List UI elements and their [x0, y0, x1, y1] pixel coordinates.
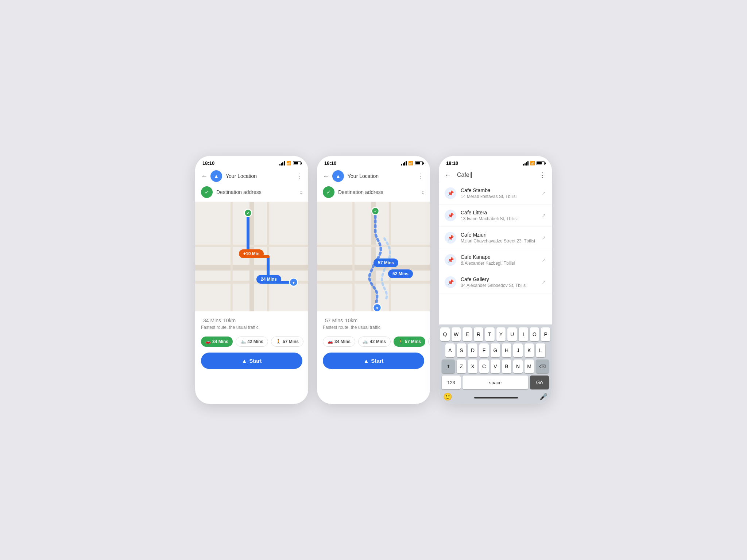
bike-icon-1: 🚲 — [240, 339, 246, 344]
key-e[interactable]: E — [462, 327, 472, 341]
key-123[interactable]: 123 — [442, 376, 461, 389]
screen-container: 18:10 📶 ← ▲ Your Location ⋮ — [181, 141, 566, 419]
key-t[interactable]: T — [485, 327, 495, 341]
key-b[interactable]: B — [502, 359, 511, 373]
time-1: 18:10 — [202, 160, 214, 166]
time-3: 18:10 — [446, 160, 458, 166]
back-button-2[interactable]: ← — [323, 172, 329, 180]
result-arrow-5: ↗ — [542, 279, 546, 285]
result-item-3[interactable]: 📌 Cafe Mziuri Mziuri Chavchavadze Street… — [439, 227, 552, 249]
result-icon-2: 📌 — [445, 210, 456, 221]
result-addr-5: 34 Alexander Griboedov St, Tbilisi — [461, 283, 542, 288]
start-icon-2: ▲ — [363, 358, 369, 364]
wifi-icon-3: 📶 — [530, 161, 535, 166]
mic-icon[interactable]: 🎤 — [539, 393, 547, 401]
keyboard-emoji-row: 🙂 🎤 — [440, 391, 550, 402]
start-icon-1: ▲ — [241, 358, 247, 364]
key-y[interactable]: Y — [496, 327, 506, 341]
keyboard-row-3: ⬆ Z X C V B N M ⌫ — [440, 359, 550, 373]
result-item-4[interactable]: 📌 Cafe Kanape & Alexander Kazbegi, Tbili… — [439, 249, 552, 271]
key-w[interactable]: W — [452, 327, 461, 341]
key-delete[interactable]: ⌫ — [536, 359, 549, 373]
search-results-3: 📌 Cafe Stamba 14 Merab kostavas St, Tbil… — [439, 182, 552, 324]
key-z[interactable]: Z — [457, 359, 466, 373]
mode-tabs-1: 🚗 34 Mins 🚲 42 Mins 🚶 57 Mins — [195, 334, 308, 350]
dest-row-2: ✓ Destination address ↕ — [317, 184, 430, 202]
mode-tab-bike-2[interactable]: 🚲42 Mins — [358, 337, 391, 347]
result-icon-3: 📌 — [445, 232, 456, 244]
walk-time-1: 57 Mins — [283, 339, 299, 344]
key-k[interactable]: K — [525, 343, 534, 357]
svg-text:✓: ✓ — [374, 209, 377, 213]
result-info-2: Cafe Littera 13 Ivane Machabeli St, Tbil… — [461, 210, 542, 221]
mode-tab-transit-2[interactable]: 🚗57 M — [428, 337, 430, 347]
mode-tab-car-1[interactable]: 🚗 34 Mins — [201, 337, 233, 347]
svg-text:✓: ✓ — [247, 211, 249, 215]
mode-tab-bike-1[interactable]: 🚲 42 Mins — [236, 337, 268, 347]
status-icons-3: 📶 — [523, 161, 545, 166]
key-c[interactable]: C — [479, 359, 489, 373]
key-o[interactable]: O — [530, 327, 539, 341]
mode-tab-walk-2[interactable]: 🚶57 Mins — [394, 337, 425, 347]
result-name-1: Cafe Stamba — [461, 187, 542, 193]
more-button-2[interactable]: ⋮ — [418, 172, 424, 180]
result-item-1[interactable]: 📌 Cafe Stamba 14 Merab kostavas St, Tbil… — [439, 182, 552, 205]
key-shift[interactable]: ⬆ — [442, 359, 455, 373]
signal-icon-1 — [279, 161, 285, 166]
dest-icon-2: ✓ — [323, 186, 334, 198]
svg-text:▼: ▼ — [375, 306, 379, 310]
status-icons-2: 📶 — [401, 161, 423, 166]
mode-tab-car-2[interactable]: 🚗34 Mins — [323, 337, 355, 347]
dest-text-1[interactable]: Destination address — [216, 189, 299, 195]
more-button-1[interactable]: ⋮ — [296, 172, 302, 180]
key-s[interactable]: S — [457, 343, 466, 357]
result-addr-3: Mziuri Chavchavadze Street 23, Tbilisi — [461, 238, 542, 244]
battery-icon-3 — [537, 161, 545, 165]
emoji-icon[interactable]: 🙂 — [443, 392, 452, 401]
key-h[interactable]: H — [502, 343, 511, 357]
nav-bar-1: ← ▲ Your Location ⋮ — [195, 168, 308, 184]
key-a[interactable]: A — [445, 343, 455, 357]
key-d[interactable]: D — [468, 343, 477, 357]
svg-text:▼: ▼ — [292, 281, 295, 285]
battery-icon-2 — [415, 161, 423, 165]
result-addr-1: 14 Merab kostavas St, Tbilisi — [461, 194, 542, 199]
key-space[interactable]: space — [462, 376, 528, 389]
key-j[interactable]: J — [513, 343, 523, 357]
key-v[interactable]: V — [491, 359, 500, 373]
key-l[interactable]: L — [536, 343, 545, 357]
key-q[interactable]: Q — [440, 327, 450, 341]
back-button-1[interactable]: ← — [201, 172, 208, 180]
key-n[interactable]: N — [513, 359, 523, 373]
result-icon-4: 📌 — [445, 254, 456, 266]
key-f[interactable]: F — [479, 343, 489, 357]
back-button-3[interactable]: ← — [445, 171, 451, 179]
location-icon-1: ▲ — [210, 170, 222, 182]
result-item-5[interactable]: 📌 Cafe Gallery 34 Alexander Griboedov St… — [439, 271, 552, 293]
key-m[interactable]: M — [525, 359, 534, 373]
start-label-2: Start — [371, 358, 383, 364]
start-button-1[interactable]: ▲ Start — [201, 353, 302, 369]
key-r[interactable]: R — [474, 327, 483, 341]
dest-text-2[interactable]: Destination address — [338, 189, 421, 195]
bike-time-1: 42 Mins — [247, 339, 263, 344]
key-u[interactable]: U — [507, 327, 517, 341]
key-x[interactable]: X — [468, 359, 477, 373]
phone-2: 18:10 📶 ← ▲ Your Location ⋮ — [317, 156, 430, 404]
result-name-3: Cafe Mziuri — [461, 232, 542, 238]
key-g[interactable]: G — [491, 343, 500, 357]
search-input-3[interactable]: Cafe| — [454, 172, 539, 178]
mode-tab-walk-1[interactable]: 🚶 57 Mins — [271, 337, 303, 347]
key-i[interactable]: I — [519, 327, 528, 341]
swap-icon-1[interactable]: ↕ — [299, 189, 302, 195]
more-button-3[interactable]: ⋮ — [539, 171, 546, 179]
signal-icon-3 — [523, 161, 529, 166]
start-button-2[interactable]: ▲ Start — [323, 353, 424, 369]
key-go[interactable]: Go — [530, 376, 549, 389]
map-svg-2: ✓ ▼ — [317, 202, 430, 311]
key-p[interactable]: P — [541, 327, 550, 341]
result-info-5: Cafe Gallery 34 Alexander Griboedov St, … — [461, 276, 542, 288]
result-item-2[interactable]: 📌 Cafe Littera 13 Ivane Machabeli St, Tb… — [439, 205, 552, 227]
info-panel-1: 34 Mins10km Fastest route, the usual tra… — [195, 311, 308, 334]
swap-icon-2[interactable]: ↕ — [421, 189, 424, 195]
